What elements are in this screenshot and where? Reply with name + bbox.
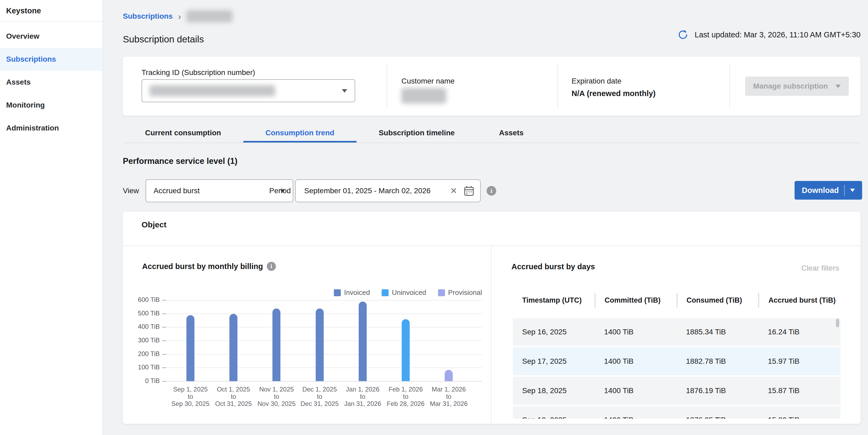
ytick-mark (162, 327, 166, 328)
object-section-title: Object (142, 220, 166, 229)
tab-consumption-trend[interactable]: Consumption trend (243, 123, 356, 142)
sidebar-item-monitoring[interactable]: Monitoring (0, 94, 102, 116)
sidebar-divider (0, 21, 102, 22)
sidebar-item-subscriptions[interactable]: Subscriptions (0, 48, 102, 71)
summary-divider-1 (387, 64, 387, 108)
tab-subscription-timeline[interactable]: Subscription timeline (356, 123, 477, 142)
manage-subscription-button[interactable]: Manage subscription (745, 76, 849, 96)
chart-legend: InvoicedUninvoicedProvisional (294, 289, 482, 297)
table-cell: 1400 TiB (595, 347, 677, 375)
table-cell: Sep 19, 2025 (513, 406, 595, 419)
ytick-label: 400 TiB (123, 323, 160, 330)
object-card: Object Accrued burst by monthly billing … (123, 212, 861, 424)
tab-current-consumption[interactable]: Current consumption (123, 123, 243, 142)
calendar-icon[interactable] (464, 185, 474, 196)
table-cell: 15.87 TiB (758, 377, 840, 405)
period-label: Period (269, 179, 291, 202)
ytick-label: 500 TiB (123, 309, 160, 317)
breadcrumb-subscriptions-link[interactable]: Subscriptions (123, 12, 173, 21)
sidebar-nav: OverviewSubscriptionsAssetsMonitoringAdm… (0, 25, 102, 140)
ytick-label: 100 TiB (123, 364, 160, 371)
customer-name-value-redacted (401, 88, 446, 104)
ytick-mark (162, 381, 166, 381)
chart-header: Accrued burst by monthly billing i (142, 262, 276, 271)
ytick-mark (162, 300, 166, 301)
table-row[interactable]: Sep 17, 20251400 TiB1882.78 TiB15.97 TiB (513, 347, 840, 375)
gridline-400 (166, 327, 482, 328)
download-label: Download (802, 186, 839, 195)
button-divider (844, 185, 845, 196)
page-title: Subscription details (123, 34, 204, 44)
ytick-mark (162, 367, 166, 368)
x-axis-label: Mar 1, 2026toMar 31, 2026 (426, 386, 471, 407)
ytick-mark (162, 340, 166, 341)
table-scrollbar-thumb[interactable] (836, 319, 839, 327)
subscription-summary-card: Tracking ID (Subscription number) Custom… (123, 57, 861, 115)
sidebar-item-overview[interactable]: Overview (0, 25, 102, 48)
chevron-down-icon[interactable] (850, 189, 855, 192)
view-label: View (123, 179, 139, 202)
bar-sep-1-2025 (186, 315, 194, 381)
table-cell: 15.97 TiB (758, 347, 840, 375)
chevron-down-icon (342, 89, 347, 93)
table-cell: Sep 16, 2025 (513, 318, 595, 346)
column-header-timestamp-utc-[interactable]: Timestamp (UTC) (513, 293, 595, 307)
sidebar-item-assets[interactable]: Assets (0, 71, 102, 94)
legend-label: Provisional (448, 289, 482, 297)
x-axis-label: Sep 1, 2025toSep 30, 2025 (168, 386, 213, 407)
breadcrumb-current-redacted (186, 10, 232, 23)
gridline-500 (166, 313, 482, 314)
view-select-value: Accrued burst (154, 187, 280, 195)
x-axis-label: Feb 1, 2026toFeb 28, 2026 (383, 386, 428, 407)
last-updated-group: Last updated: Mar 3, 2026, 11:10 AM GMT+… (677, 29, 861, 40)
table-cell: 1876.05 TiB (677, 406, 759, 419)
table-row[interactable]: Sep 19, 20251400 TiB1876.05 TiB15.80 TiB (513, 406, 840, 419)
info-icon[interactable]: i (267, 262, 276, 271)
panel-divider (491, 245, 491, 424)
clear-filters-button[interactable]: Clear filters (801, 264, 839, 272)
tab-assets[interactable]: Assets (477, 123, 546, 142)
table-cell: 1876.19 TiB (677, 377, 759, 405)
period-input[interactable]: September 01, 2025 - March 02, 2026 ✕ (295, 179, 481, 202)
table-row[interactable]: Sep 18, 20251400 TiB1876.19 TiB15.87 TiB (513, 377, 840, 405)
download-button[interactable]: Download (795, 181, 862, 200)
chevron-right-icon: › (178, 12, 181, 21)
table-row[interactable]: Sep 16, 20251400 TiB1885.34 TiB16.24 TiB (513, 318, 840, 346)
legend-swatch (334, 289, 341, 296)
expiration-date-label: Expiration date (571, 77, 621, 86)
x-axis-label: Jan 1, 2026toJan 31, 2026 (340, 386, 385, 407)
tracking-id-select[interactable] (142, 79, 355, 102)
x-axis-label: Nov 1, 2025toNov 30, 2025 (254, 386, 299, 407)
refresh-icon[interactable] (677, 29, 689, 40)
chevron-down-icon (835, 85, 841, 88)
ytick-mark (162, 354, 166, 355)
legend-swatch (382, 289, 389, 296)
close-icon[interactable]: ✕ (450, 187, 457, 195)
sidebar-item-administration[interactable]: Administration (0, 116, 102, 140)
table-cell: 15.80 TiB (758, 406, 840, 419)
ytick-label: 300 TiB (123, 337, 160, 344)
x-axis-label: Dec 1, 2025toDec 31, 2025 (297, 386, 342, 407)
legend-item-invoiced: Invoiced (334, 289, 370, 297)
tracking-id-value-redacted (150, 85, 275, 96)
column-header-accrued-burst-tib-[interactable]: Accrued burst (TiB) (758, 293, 840, 307)
bar-oct-1-2025 (229, 314, 238, 381)
bar-jan-1-2026 (359, 302, 367, 381)
object-card-divider (123, 245, 861, 246)
table-body: Sep 16, 20251400 TiB1885.34 TiB16.24 TiB… (513, 318, 840, 419)
info-icon[interactable]: i (487, 186, 496, 196)
table-cell: 1400 TiB (595, 377, 677, 405)
legend-item-provisional: Provisional (438, 289, 482, 297)
tracking-id-label: Tracking ID (Subscription number) (142, 68, 255, 77)
chart-title: Accrued burst by monthly billing (142, 262, 263, 271)
breadcrumb: Subscriptions › (123, 10, 232, 23)
column-header-consumed-tib-[interactable]: Consumed (TiB) (677, 293, 759, 307)
gridline-0 (166, 381, 482, 381)
legend-label: Invoiced (344, 289, 370, 297)
column-header-committed-tib-[interactable]: Committed (TiB) (595, 293, 677, 307)
table-cell: Sep 18, 2025 (513, 377, 595, 405)
table-cell: Sep 17, 2025 (513, 347, 595, 375)
bar-dec-1-2025 (316, 308, 324, 381)
x-axis-label: Oct 1, 2025toOct 31, 2025 (211, 386, 256, 407)
bar-feb-1-2026 (402, 319, 410, 381)
